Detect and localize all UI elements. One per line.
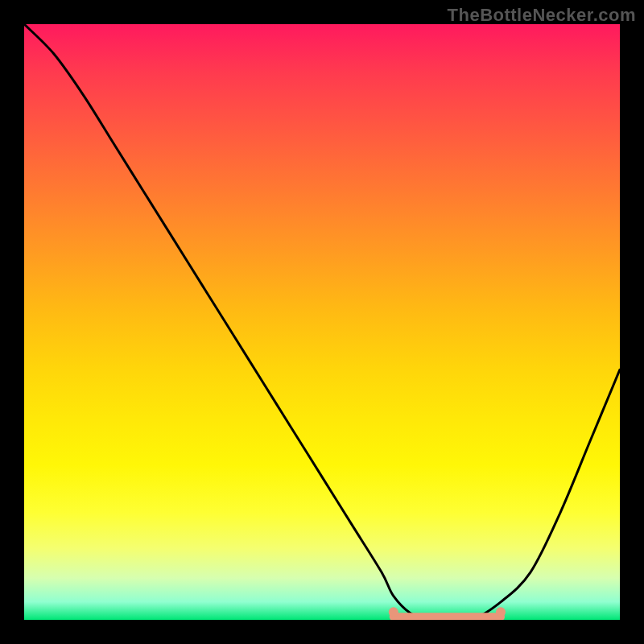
watermark-label: TheBottleNecker.com bbox=[448, 5, 636, 26]
bottleneck-curve bbox=[24, 24, 620, 620]
plot-area bbox=[24, 24, 620, 620]
flat-cap-right bbox=[496, 607, 506, 617]
flat-cap-left bbox=[389, 607, 398, 617]
chart-container: TheBottleNecker.com bbox=[0, 0, 644, 644]
curve-svg bbox=[24, 24, 620, 620]
curve-group bbox=[24, 24, 620, 620]
